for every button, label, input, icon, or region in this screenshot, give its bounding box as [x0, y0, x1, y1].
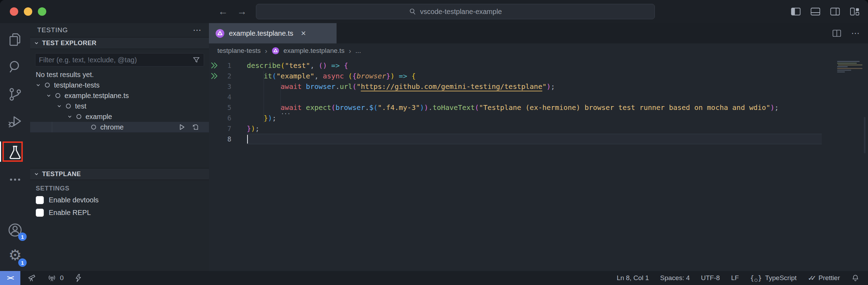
code-line[interactable]: 8 [209, 134, 868, 144]
line-number: 7 [228, 123, 231, 134]
toggle-panel-icon[interactable] [811, 7, 820, 16]
split-editor-icon[interactable] [832, 29, 841, 37]
notifications-bell-icon[interactable] [851, 274, 860, 282]
search-sidebar-icon[interactable] [0, 57, 30, 77]
line-number: 3 [228, 81, 231, 92]
breadcrumb-folder[interactable]: testplane-tests [217, 47, 261, 55]
remote-indicator[interactable]: >< [0, 271, 20, 285]
testing-sidebar: TESTING ⋯ TEST EXPLORER No test results … [30, 23, 209, 271]
customize-layout-icon[interactable] [850, 7, 860, 16]
test-state-icon [76, 114, 81, 119]
titlebar: ← → vscode-testplane-example [0, 0, 868, 23]
lightning-icon[interactable] [74, 273, 82, 283]
test-filter-input[interactable] [39, 56, 192, 64]
tree-item-testplane-tests[interactable]: testplane-tests [30, 80, 209, 90]
additional-views-icon[interactable] [0, 169, 30, 190]
line-number: 1 [228, 60, 231, 71]
minimize-window-button[interactable] [24, 7, 32, 16]
formatter-status[interactable]: ✓✓ Prettier [808, 274, 840, 282]
language-status[interactable]: {} TypeScript [750, 274, 797, 282]
explorer-icon[interactable] [0, 29, 30, 50]
command-center-search[interactable]: vscode-testplane-example [256, 4, 655, 19]
breadcrumb: testplane-tests › example.testplane.ts ›… [209, 43, 868, 58]
toggle-primary-sidebar-icon[interactable] [791, 7, 801, 16]
tree-indent-guide [52, 122, 52, 132]
line-number: 4 [228, 92, 231, 102]
tree-item-test[interactable]: test [30, 101, 209, 111]
minimap[interactable] [837, 61, 862, 73]
test-state-icon [91, 125, 96, 130]
testplane-file-icon [272, 47, 279, 55]
filter-funnel-icon[interactable] [192, 56, 200, 64]
tab-label: example.testplane.ts [229, 29, 293, 37]
breadcrumb-symbol[interactable]: ... [355, 47, 361, 55]
accounts-icon[interactable]: 1 [0, 220, 30, 240]
source-control-icon[interactable] [0, 84, 30, 104]
settings-gear-icon[interactable]: ⚙ 1 [0, 245, 30, 265]
line-number: 2 [228, 71, 231, 81]
breadcrumb-separator: › [265, 47, 267, 55]
tree-item-chrome[interactable]: chrome [30, 122, 209, 132]
test-results-empty-message: No test results yet. [30, 69, 209, 80]
enable-repl-setting: Enable REPL [30, 206, 209, 219]
command-center-label: vscode-testplane-example [420, 8, 502, 16]
telescope-icon[interactable] [27, 273, 36, 283]
enable-devtools-setting: Enable devtools [30, 194, 209, 206]
search-icon [409, 8, 416, 15]
traffic-lights [10, 7, 46, 16]
cursor-position-status[interactable]: Ln 8, Col 1 [617, 274, 649, 282]
overview-ruler[interactable] [864, 117, 866, 153]
run-test-button[interactable] [178, 123, 186, 131]
navigate-forward-button[interactable]: → [237, 6, 247, 17]
testplane-file-icon [215, 29, 225, 38]
ports-status[interactable]: 0 [47, 273, 64, 283]
test-filter-box [35, 53, 204, 67]
navigate-back-button[interactable]: ← [218, 6, 228, 17]
toggle-secondary-sidebar-icon[interactable] [830, 7, 840, 16]
close-window-button[interactable] [10, 7, 18, 16]
annotation-highlight-box [2, 141, 23, 162]
enable-devtools-checkbox[interactable] [36, 196, 44, 204]
code-line[interactable]: 4 [209, 92, 868, 102]
activity-bar: 1 ⚙ 1 [0, 23, 30, 271]
chevron-down-icon [67, 114, 73, 119]
vscode-window: ← → vscode-testplane-example [0, 0, 868, 285]
chevron-down-icon [34, 40, 39, 46]
zoom-window-button[interactable] [38, 7, 46, 16]
code-line[interactable]: 7}); [209, 123, 868, 134]
chevron-down-icon [34, 171, 39, 177]
chevron-down-icon [56, 103, 62, 109]
code-line[interactable]: 2 it("example", async ({browser}) => { [209, 71, 868, 81]
tab-example-testplane-ts[interactable]: example.testplane.ts × [209, 23, 337, 43]
tab-close-icon[interactable]: × [301, 28, 306, 38]
typescript-icon: {} [750, 274, 762, 282]
code-line[interactable]: 3 await browser.url("https://github.com/… [209, 81, 868, 92]
code-line[interactable]: 5 await expect(browser.$(".f4.my-3")).to… [209, 102, 868, 113]
testplane-section-header[interactable]: TESTPLANE [30, 168, 209, 180]
tree-item-example-testplane-ts[interactable]: example.testplane.ts [30, 90, 209, 101]
indentation-status[interactable]: Spaces: 4 [660, 274, 690, 282]
code-line[interactable]: 1describe("test", () => { [209, 60, 868, 71]
eol-status[interactable]: LF [731, 274, 739, 282]
test-state-icon [66, 104, 71, 109]
breadcrumb-file[interactable]: example.testplane.ts [284, 47, 345, 55]
editor-cursor [247, 135, 248, 144]
test-explorer-section-header[interactable]: TEST EXPLORER [30, 37, 209, 49]
test-state-icon [55, 93, 60, 98]
code-lines: 1describe("test", () => {2 it("example",… [209, 60, 868, 144]
tree-item-example[interactable]: example [30, 111, 209, 122]
chevron-down-icon [35, 82, 41, 88]
breadcrumb-separator: › [349, 47, 351, 55]
sidebar-more-actions[interactable]: ⋯ [193, 25, 202, 35]
line-number: 5 [228, 102, 231, 113]
sidebar-title: TESTING [37, 26, 68, 34]
code-editor[interactable]: 1describe("test", () => {2 it("example",… [209, 58, 868, 271]
go-to-test-button[interactable] [191, 123, 199, 131]
run-and-debug-icon[interactable] [0, 111, 30, 132]
test-state-icon [45, 83, 50, 88]
editor-more-actions-icon[interactable]: ⋯ [851, 28, 860, 38]
enable-repl-checkbox[interactable] [36, 209, 44, 217]
broadcast-icon [47, 273, 57, 283]
code-line[interactable]: 6 }); [209, 113, 868, 123]
encoding-status[interactable]: UTF-8 [701, 274, 720, 282]
